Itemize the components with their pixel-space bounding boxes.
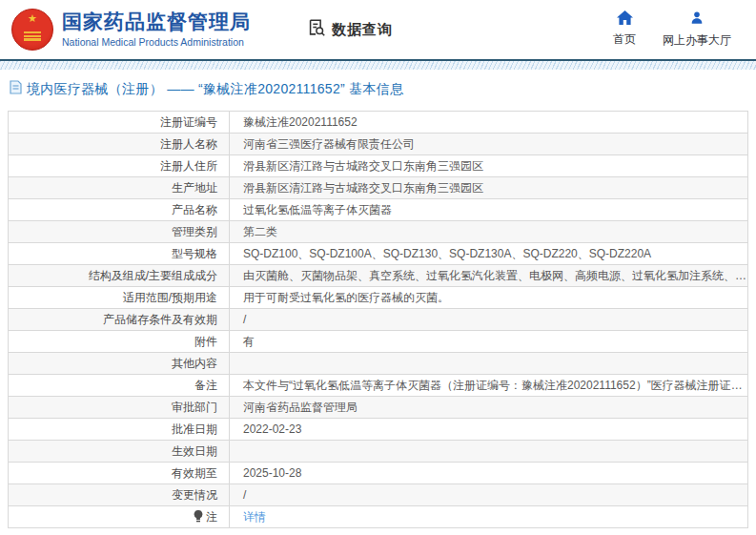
row-label: 型号规格: [9, 243, 230, 265]
table-row: 审批部门河南省药品监督管理局: [9, 397, 748, 419]
page: ★ 国家药品监督管理局 National Medical Products Ad…: [0, 0, 756, 535]
table-row: 生产地址滑县新区清江路与古城路交叉口东南角三强园区: [9, 177, 748, 199]
row-label: 注册证编号: [9, 112, 230, 134]
org-name-en: National Medical Products Administration: [62, 35, 251, 49]
table-row: 变更情况/: [9, 484, 748, 506]
document-icon: [10, 80, 22, 98]
org-name-cn: 国家药品监督管理局: [62, 10, 251, 33]
row-label: 批准日期: [9, 419, 230, 441]
row-label: 注: [9, 506, 230, 528]
row-value: 本文件与“过氧化氢低温等离子体灭菌器（注册证编号：豫械注准20202111652…: [230, 375, 748, 397]
row-value: 河南省三强医疗器械有限责任公司: [230, 134, 748, 155]
row-value: 滑县新区清江路与古城路交叉口东南角三强园区: [230, 155, 748, 177]
nav-item-home[interactable]: 首页: [613, 10, 636, 49]
row-label: 生效日期: [9, 441, 230, 463]
row-value: 详情: [230, 506, 748, 528]
registration-info-table: 注册证编号豫械注准20202111652注册人名称河南省三强医疗器械有限责任公司…: [8, 111, 748, 528]
row-value: 2025-10-28: [230, 463, 748, 484]
row-value: 用于可耐受过氧化氢的医疗器械的灭菌。: [230, 287, 748, 309]
document-search-icon: [306, 17, 327, 42]
table-row: 注册人名称河南省三强医疗器械有限责任公司: [9, 134, 748, 155]
breadcrumb: 境内医疗器械（注册） —— “豫械注准20202111652” 基本信息: [0, 70, 756, 111]
table-row: 注册人住所滑县新区清江路与古城路交叉口东南角三强园区: [9, 155, 748, 177]
nav-label-service-hall: 网上办事大厅: [663, 32, 731, 49]
row-label: 备注: [9, 375, 230, 397]
row-value: [230, 441, 748, 463]
table-row: 其他内容: [9, 353, 748, 375]
row-label: 附件: [9, 331, 230, 353]
site-header: ★ 国家药品监督管理局 National Medical Products Ad…: [0, 0, 756, 59]
row-label: 管理类别: [9, 221, 230, 243]
national-emblem-icon: ★: [11, 9, 53, 51]
table-row: 结构及组成/主要组成成分由灭菌舱、灭菌物品架、真空系统、过氧化氢汽化装置、电极网…: [9, 265, 748, 287]
header-nav: 首页 网上办事大厅: [613, 10, 745, 49]
row-value: 豫械注准20202111652: [230, 112, 748, 134]
table-row: 批准日期2022-02-23: [9, 419, 748, 441]
row-label: 其他内容: [9, 353, 230, 375]
details-link[interactable]: 详情: [243, 510, 266, 524]
row-value: SQ-DZ100、SQ-DZ100A、SQ-DZ130、SQ-DZ130A、SQ…: [230, 243, 748, 265]
row-label: 注册人名称: [9, 134, 230, 155]
org-title-block: 国家药品监督管理局 National Medical Products Admi…: [62, 10, 251, 49]
row-label: 审批部门: [9, 397, 230, 419]
table-row: 型号规格SQ-DZ100、SQ-DZ100A、SQ-DZ130、SQ-DZ130…: [9, 243, 748, 265]
table-row: 有效期至2025-10-28: [9, 463, 748, 484]
table-row: 注册证编号豫械注准20202111652: [9, 112, 748, 134]
row-label: 生产地址: [9, 177, 230, 199]
page-title: 境内医疗器械（注册） —— “豫械注准20202111652” 基本信息: [27, 81, 403, 98]
row-value: 滑县新区清江路与古城路交叉口东南角三强园区: [230, 177, 748, 199]
table-row: 产品储存条件及有效期/: [9, 309, 748, 331]
home-icon: [617, 10, 633, 29]
data-query-menu[interactable]: 数据查询: [306, 17, 393, 42]
info-table-body: 注册证编号豫械注准20202111652注册人名称河南省三强医疗器械有限责任公司…: [9, 112, 748, 528]
row-value: 有: [230, 331, 748, 353]
row-value: 河南省药品监督管理局: [230, 397, 748, 419]
table-row: 产品名称过氧化氢低温等离子体灭菌器: [9, 199, 748, 221]
table-row: 备注本文件与“过氧化氢低温等离子体灭菌器（注册证编号：豫械注准202021116…: [9, 375, 748, 397]
table-row: 附件有: [9, 331, 748, 353]
table-row: 管理类别第二类: [9, 221, 748, 243]
data-query-label: 数据查询: [332, 21, 393, 39]
row-label: 注册人住所: [9, 155, 230, 177]
row-value: 2022-02-23: [230, 419, 748, 441]
table-row: 适用范围/预期用途用于可耐受过氧化氢的医疗器械的灭菌。: [9, 287, 748, 309]
row-label: 变更情况: [9, 484, 230, 506]
nav-item-service-hall[interactable]: 网上办事大厅: [663, 10, 731, 49]
row-label: 产品名称: [9, 199, 230, 221]
row-label: 产品储存条件及有效期: [9, 309, 230, 331]
row-label: 适用范围/预期用途: [9, 287, 230, 309]
row-value: /: [230, 484, 748, 506]
table-row: 生效日期: [9, 441, 748, 463]
row-value: 由灭菌舱、灭菌物品架、真空系统、过氧化氢汽化装置、电极网、高频电源、过氧化氢加注…: [230, 265, 748, 287]
row-value: [230, 353, 748, 375]
nav-label-home: 首页: [613, 31, 636, 48]
row-value: 过氧化氢低温等离子体灭菌器: [230, 199, 748, 221]
bulb-icon: [194, 510, 203, 525]
site-logo[interactable]: ★ 国家药品监督管理局 National Medical Products Ad…: [11, 9, 251, 51]
person-icon: [689, 10, 705, 30]
row-label: 有效期至: [9, 463, 230, 484]
table-row: 注详情: [9, 506, 748, 528]
row-value: 第二类: [230, 221, 748, 243]
row-value: /: [230, 309, 748, 331]
row-label: 结构及组成/主要组成成分: [9, 265, 230, 287]
header-divider-hatch: [0, 61, 756, 70]
